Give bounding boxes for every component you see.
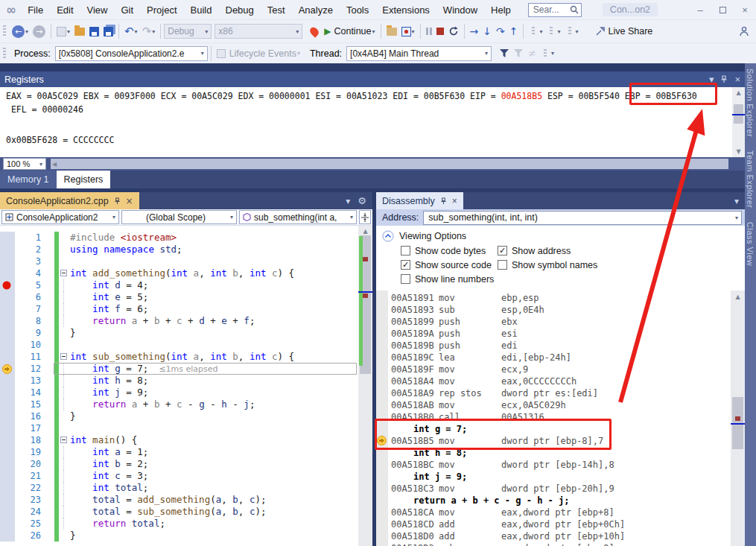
code-line[interactable]: 6 int e = 5; xyxy=(0,291,358,303)
close-button[interactable]: × xyxy=(734,4,756,16)
scroll-up-icon[interactable]: ▲ xyxy=(731,293,745,300)
disassembly-source-line[interactable]: int g = 7; xyxy=(376,423,731,435)
line-number[interactable]: 18 xyxy=(15,434,41,446)
line-number[interactable]: 20 xyxy=(15,458,41,470)
line-number[interactable]: 12 xyxy=(15,363,41,375)
menu-view[interactable]: View xyxy=(80,1,115,19)
redo-button[interactable]: ↷ ▾ xyxy=(140,25,158,39)
toolbar-grip[interactable] xyxy=(3,25,6,37)
code-line[interactable]: 10 xyxy=(0,339,358,351)
solution-platform-dropdown[interactable]: x86▾ xyxy=(215,24,302,39)
current-statement-icon[interactable] xyxy=(0,363,15,375)
menu-test[interactable]: Test xyxy=(261,1,292,19)
code-line[interactable]: 13 int h = 8; xyxy=(0,375,358,387)
close-icon[interactable]: × xyxy=(734,74,740,85)
toolbar-grip[interactable] xyxy=(3,48,6,60)
code-line[interactable]: 12 int g = 7;≤1ms elapsed xyxy=(0,363,358,375)
breakpoint-margin[interactable] xyxy=(0,351,15,363)
breakpoint-margin[interactable] xyxy=(0,255,15,267)
collapse-minus-icon[interactable] xyxy=(60,353,67,360)
breakpoint-margin[interactable] xyxy=(0,422,15,434)
breakpoint-margin[interactable] xyxy=(0,399,15,410)
line-number[interactable]: 22 xyxy=(15,482,41,494)
window-position-chevron-icon[interactable]: ▾ xyxy=(709,74,714,84)
checkbox-show-source-code[interactable]: ✓Show source code xyxy=(401,260,492,270)
disassembly-line[interactable]: 00A51893subesp,0E4h xyxy=(376,304,731,316)
disassembly-line[interactable]: 00A518B5movdword ptr [ebp-8],7 xyxy=(376,435,731,447)
tab-registers[interactable]: Registers xyxy=(57,171,111,188)
breakpoint-margin[interactable] xyxy=(0,410,15,422)
line-number[interactable]: 8 xyxy=(15,315,41,327)
code-line[interactable]: 9} xyxy=(0,327,358,339)
breakpoint-margin[interactable] xyxy=(0,339,15,351)
toolbar-overflow-1[interactable]: ▾ xyxy=(527,25,544,37)
line-number[interactable]: 9 xyxy=(15,327,41,339)
collapse-minus-icon[interactable] xyxy=(60,270,67,276)
breakpoint-margin[interactable] xyxy=(0,518,15,530)
breakpoint-margin[interactable] xyxy=(0,482,15,494)
gear-icon[interactable]: ⚙ xyxy=(358,195,366,206)
lifecycle-events-button[interactable]: Lifecycle Events ▾ xyxy=(215,47,302,60)
toolbar-overflow-2[interactable]: ▾ xyxy=(544,25,562,37)
code-line[interactable]: 5 int d = 4; xyxy=(0,279,358,291)
code-line[interactable]: 19 int a = 1; xyxy=(0,446,358,458)
line-number[interactable]: 15 xyxy=(15,399,41,410)
breakpoint-margin[interactable] xyxy=(0,530,15,542)
menu-edit[interactable]: Edit xyxy=(50,1,80,19)
sidebar-tab-class-view[interactable]: Class View xyxy=(746,222,755,266)
breakpoint-margin[interactable] xyxy=(0,267,15,279)
breakpoint-margin[interactable] xyxy=(0,494,15,506)
breakpoint-margin[interactable] xyxy=(0,327,15,339)
code-line[interactable]: 20 int b = 2; xyxy=(0,458,358,470)
open-folder-button[interactable] xyxy=(72,26,87,37)
code-line[interactable]: 2using namespace std; xyxy=(0,244,358,255)
collapse-minus-icon[interactable] xyxy=(60,437,67,443)
member-dropdown[interactable]: sub_something(int a, ▾ xyxy=(239,210,357,224)
unchecked-checkbox-icon[interactable] xyxy=(401,246,410,255)
toolbar-overflow-4[interactable]: ▾ xyxy=(539,48,556,60)
disassembly-line[interactable]: 00A51899pushebx xyxy=(376,316,731,328)
disassembly-line[interactable]: 00A518C3movdword ptr [ebp-20h],9 xyxy=(376,483,731,495)
menu-window[interactable]: Window xyxy=(436,1,484,19)
address-dropdown[interactable]: sub_something(int, int, int) ▾ xyxy=(423,211,742,225)
navigate-back-button[interactable]: ← ▾ xyxy=(10,24,31,39)
unchecked-checkbox-icon[interactable] xyxy=(498,260,507,270)
checkbox-show-line-numbers[interactable]: Show line numbers xyxy=(401,274,494,285)
split-window-button[interactable] xyxy=(359,210,371,224)
tab-memory-1[interactable]: Memory 1 xyxy=(0,171,57,188)
checkbox-show-address[interactable]: ✓Show address xyxy=(498,246,571,256)
breakpoint-margin[interactable] xyxy=(0,244,15,255)
line-number[interactable]: 1 xyxy=(15,232,41,244)
breakpoint-margin[interactable] xyxy=(0,232,15,244)
breakpoint-icon[interactable] xyxy=(0,279,15,291)
live-share-button[interactable]: Live Share xyxy=(593,25,655,38)
show-next-statement-button[interactable]: → xyxy=(468,25,481,38)
disassembly-line[interactable]: 00A5189Apushesi xyxy=(376,328,731,340)
breakpoint-margin[interactable] xyxy=(0,470,15,482)
breakpoints-window-button[interactable]: ▾ xyxy=(399,25,417,38)
search-input[interactable]: Sear... xyxy=(528,3,582,17)
menu-help[interactable]: Help xyxy=(484,1,518,19)
fold-collapse-box[interactable] xyxy=(59,351,70,363)
code-line[interactable]: 3 xyxy=(0,255,358,267)
checked-checkbox-icon[interactable]: ✓ xyxy=(498,246,507,255)
tab-consoleapplication2-cpp[interactable]: ConsoleApplication2.cpp × xyxy=(0,192,139,209)
disassembly-line[interactable]: 00A518D3subeax,dword ptr [ebp-8] xyxy=(376,542,731,546)
navigate-forward-button[interactable]: → xyxy=(31,24,48,39)
menu-git[interactable]: Git xyxy=(114,1,140,19)
menu-project[interactable]: Project xyxy=(140,1,183,19)
disassembly-listing[interactable]: 00A51891movebp,esp00A51893subesp,0E4h00A… xyxy=(376,291,745,546)
code-line[interactable]: 15 return a + b + c - g - h - j; xyxy=(0,399,358,410)
registers-horizontal-scrollbar[interactable]: ◀ xyxy=(51,159,728,169)
registers-titlebar[interactable]: Registers ▾ × xyxy=(0,72,745,87)
line-number[interactable]: 11 xyxy=(15,351,41,363)
pin-icon[interactable] xyxy=(720,75,728,83)
code-editor[interactable]: 1#include <iostream>2using namespace std… xyxy=(0,226,372,546)
close-icon[interactable]: × xyxy=(452,196,457,206)
disassembly-line[interactable]: 00A518BCmovdword ptr [ebp-14h],8 xyxy=(376,459,731,471)
breakpoint-margin[interactable] xyxy=(0,375,15,387)
disassembly-source-line[interactable]: return a + b + c - g - h - j; xyxy=(376,495,731,507)
menu-extensions[interactable]: Extensions xyxy=(375,1,436,19)
stop-button[interactable] xyxy=(434,26,446,36)
suspend-threads-button[interactable]: ≠ xyxy=(526,47,539,60)
